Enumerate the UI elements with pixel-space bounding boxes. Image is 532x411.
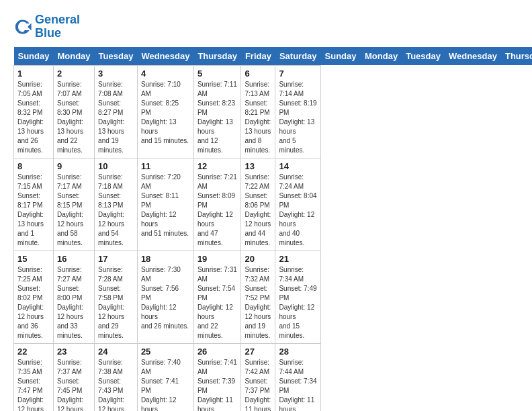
day-info: Sunrise: 7:28 AM Sunset: 7:58 PM Dayligh…	[98, 265, 134, 340]
header-day-saturday: Saturday	[275, 47, 321, 66]
calendar-cell: 9Sunrise: 7:17 AM Sunset: 8:15 PM Daylig…	[53, 158, 94, 250]
week-row-3: 15Sunrise: 7:25 AM Sunset: 8:02 PM Dayli…	[14, 250, 533, 343]
day-number: 12	[197, 161, 238, 171]
day-info: Sunrise: 7:05 AM Sunset: 8:32 PM Dayligh…	[17, 80, 50, 155]
day-number: 1	[17, 68, 50, 79]
day-number: 24	[98, 347, 134, 357]
header-day-sunday: Sunday	[14, 47, 54, 66]
logo-icon	[13, 17, 32, 36]
calendar-cell: 16Sunrise: 7:27 AM Sunset: 8:00 PM Dayli…	[53, 250, 94, 343]
day-number: 13	[245, 161, 271, 171]
day-number: 26	[197, 347, 238, 357]
calendar-cell: 5Sunrise: 7:11 AM Sunset: 8:23 PM Daylig…	[193, 65, 241, 158]
calendar-cell: 7Sunrise: 7:14 AM Sunset: 8:19 PM Daylig…	[275, 65, 321, 158]
day-number: 28	[279, 347, 317, 357]
day-number: 14	[279, 161, 317, 171]
calendar-cell: 13Sunrise: 7:22 AM Sunset: 8:06 PM Dayli…	[241, 158, 275, 250]
day-number: 16	[57, 254, 91, 264]
calendar-cell: 18Sunrise: 7:30 AM Sunset: 7:56 PM Dayli…	[137, 250, 193, 343]
calendar-cell: 25Sunrise: 7:40 AM Sunset: 7:41 PM Dayli…	[137, 343, 193, 411]
calendar-cell: 12Sunrise: 7:21 AM Sunset: 8:09 PM Dayli…	[193, 158, 241, 250]
calendar-cell: 1Sunrise: 7:05 AM Sunset: 8:32 PM Daylig…	[14, 65, 54, 158]
day-info: Sunrise: 7:07 AM Sunset: 8:30 PM Dayligh…	[57, 80, 91, 155]
day-number: 21	[279, 254, 317, 264]
calendar-cell: 22Sunrise: 7:35 AM Sunset: 7:47 PM Dayli…	[14, 343, 54, 411]
calendar-cell: 10Sunrise: 7:18 AM Sunset: 8:13 PM Dayli…	[95, 158, 138, 250]
calendar-cell: 21Sunrise: 7:34 AM Sunset: 7:49 PM Dayli…	[275, 250, 321, 343]
calendar-cell: 15Sunrise: 7:25 AM Sunset: 8:02 PM Dayli…	[14, 250, 54, 343]
day-info: Sunrise: 7:31 AM Sunset: 7:54 PM Dayligh…	[197, 265, 238, 340]
day-number: 17	[98, 254, 134, 264]
calendar-cell: 27Sunrise: 7:42 AM Sunset: 7:37 PM Dayli…	[241, 343, 275, 411]
logo: General Blue	[13, 13, 80, 40]
day-number: 19	[197, 254, 238, 264]
day-number: 2	[57, 68, 91, 79]
day-number: 4	[141, 68, 190, 79]
day-number: 5	[197, 68, 238, 79]
calendar-cell: 28Sunrise: 7:44 AM Sunset: 7:34 PM Dayli…	[275, 343, 321, 411]
day-number: 7	[279, 68, 317, 79]
header-day-tuesday: Tuesday	[95, 47, 138, 66]
header-day-monday: Monday	[361, 47, 402, 66]
day-info: Sunrise: 7:41 AM Sunset: 7:39 PM Dayligh…	[197, 358, 238, 411]
week-row-2: 8Sunrise: 7:15 AM Sunset: 8:17 PM Daylig…	[14, 158, 533, 250]
day-info: Sunrise: 7:13 AM Sunset: 8:21 PM Dayligh…	[245, 80, 271, 155]
header-day-wednesday: Wednesday	[137, 47, 193, 66]
day-info: Sunrise: 7:38 AM Sunset: 7:43 PM Dayligh…	[98, 358, 134, 411]
calendar-cell: 2Sunrise: 7:07 AM Sunset: 8:30 PM Daylig…	[53, 65, 94, 158]
header-day-thursday: Thursday	[501, 47, 532, 66]
day-info: Sunrise: 7:25 AM Sunset: 8:02 PM Dayligh…	[17, 265, 50, 340]
calendar-cell: 6Sunrise: 7:13 AM Sunset: 8:21 PM Daylig…	[241, 65, 275, 158]
day-number: 11	[141, 161, 190, 171]
day-info: Sunrise: 7:20 AM Sunset: 8:11 PM Dayligh…	[141, 173, 190, 238]
calendar-cell: 23Sunrise: 7:37 AM Sunset: 7:45 PM Dayli…	[53, 343, 94, 411]
day-info: Sunrise: 7:22 AM Sunset: 8:06 PM Dayligh…	[245, 173, 271, 248]
day-info: Sunrise: 7:30 AM Sunset: 7:56 PM Dayligh…	[141, 265, 190, 331]
day-info: Sunrise: 7:42 AM Sunset: 7:37 PM Dayligh…	[245, 358, 271, 411]
day-number: 10	[98, 161, 134, 171]
day-info: Sunrise: 7:11 AM Sunset: 8:23 PM Dayligh…	[197, 80, 238, 155]
calendar-cell: 3Sunrise: 7:08 AM Sunset: 8:27 PM Daylig…	[95, 65, 138, 158]
day-number: 18	[141, 254, 190, 264]
day-info: Sunrise: 7:10 AM Sunset: 8:25 PM Dayligh…	[141, 80, 190, 146]
header-day-thursday: Thursday	[193, 47, 241, 66]
day-number: 27	[245, 347, 271, 357]
header-day-wednesday: Wednesday	[445, 47, 501, 66]
day-info: Sunrise: 7:35 AM Sunset: 7:47 PM Dayligh…	[17, 358, 50, 411]
calendar-cell: 11Sunrise: 7:20 AM Sunset: 8:11 PM Dayli…	[137, 158, 193, 250]
day-info: Sunrise: 7:40 AM Sunset: 7:41 PM Dayligh…	[141, 358, 190, 411]
header-day-friday: Friday	[241, 47, 275, 66]
calendar-cell: 8Sunrise: 7:15 AM Sunset: 8:17 PM Daylig…	[14, 158, 54, 250]
page-header: General Blue	[13, 13, 519, 40]
calendar-cell: 24Sunrise: 7:38 AM Sunset: 7:43 PM Dayli…	[95, 343, 138, 411]
day-info: Sunrise: 7:17 AM Sunset: 8:15 PM Dayligh…	[57, 173, 91, 248]
day-info: Sunrise: 7:37 AM Sunset: 7:45 PM Dayligh…	[57, 358, 91, 411]
day-number: 3	[98, 68, 134, 79]
week-row-4: 22Sunrise: 7:35 AM Sunset: 7:47 PM Dayli…	[14, 343, 533, 411]
calendar-table: SundayMondayTuesdayWednesdayThursdayFrid…	[13, 47, 532, 411]
day-number: 8	[17, 161, 50, 171]
day-info: Sunrise: 7:21 AM Sunset: 8:09 PM Dayligh…	[197, 173, 238, 248]
calendar-cell: 26Sunrise: 7:41 AM Sunset: 7:39 PM Dayli…	[193, 343, 241, 411]
day-info: Sunrise: 7:24 AM Sunset: 8:04 PM Dayligh…	[279, 173, 317, 248]
day-number: 9	[57, 161, 91, 171]
day-info: Sunrise: 7:32 AM Sunset: 7:52 PM Dayligh…	[245, 265, 271, 340]
logo-text: General Blue	[35, 13, 80, 40]
week-row-1: 1Sunrise: 7:05 AM Sunset: 8:32 PM Daylig…	[14, 65, 533, 158]
day-number: 6	[245, 68, 271, 79]
calendar-cell: 19Sunrise: 7:31 AM Sunset: 7:54 PM Dayli…	[193, 250, 241, 343]
calendar-cell: 17Sunrise: 7:28 AM Sunset: 7:58 PM Dayli…	[95, 250, 138, 343]
day-number: 25	[141, 347, 190, 357]
day-number: 20	[245, 254, 271, 264]
day-info: Sunrise: 7:15 AM Sunset: 8:17 PM Dayligh…	[17, 173, 50, 248]
header-day-tuesday: Tuesday	[402, 47, 445, 66]
day-info: Sunrise: 7:27 AM Sunset: 8:00 PM Dayligh…	[57, 265, 91, 340]
calendar-cell: 14Sunrise: 7:24 AM Sunset: 8:04 PM Dayli…	[275, 158, 321, 250]
day-number: 22	[17, 347, 50, 357]
calendar-cell: 20Sunrise: 7:32 AM Sunset: 7:52 PM Dayli…	[241, 250, 275, 343]
header-day-monday: Monday	[53, 47, 94, 66]
day-info: Sunrise: 7:34 AM Sunset: 7:49 PM Dayligh…	[279, 265, 317, 340]
day-number: 15	[17, 254, 50, 264]
calendar-cell: 4Sunrise: 7:10 AM Sunset: 8:25 PM Daylig…	[137, 65, 193, 158]
day-info: Sunrise: 7:08 AM Sunset: 8:27 PM Dayligh…	[98, 80, 134, 155]
